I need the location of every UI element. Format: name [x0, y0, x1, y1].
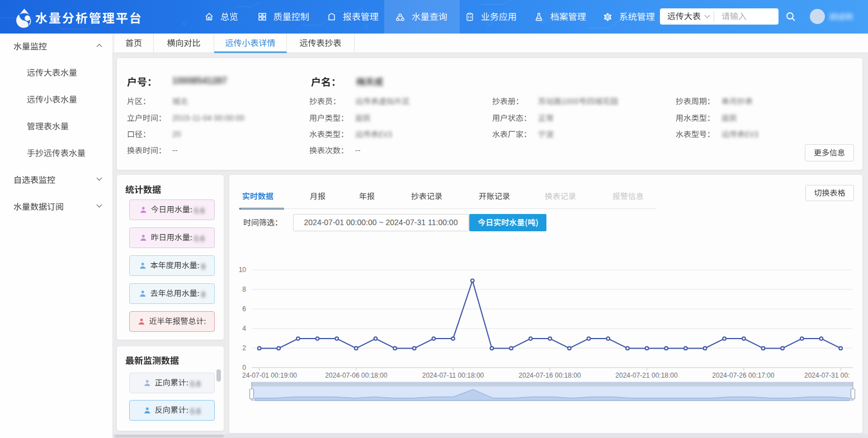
svg-text:2024-07-06 00:18:00: 2024-07-06 00:18:00: [325, 372, 388, 379]
svg-text:2024-07-11 00:18:00: 2024-07-11 00:18:00: [422, 372, 484, 379]
svg-text:2024-07-21 00:18:00: 2024-07-21 00:18:00: [615, 372, 678, 379]
svg-text:6: 6: [242, 305, 246, 313]
svg-text:2024-07-31 00:: 2024-07-31 00:: [804, 372, 850, 379]
svg-text:8: 8: [242, 285, 246, 293]
svg-text:4: 4: [242, 325, 246, 332]
svg-text:2: 2: [242, 344, 246, 352]
svg-text:0: 0: [242, 364, 246, 372]
svg-text:2024-07-26 00:17:00: 2024-07-26 00:17:00: [712, 372, 775, 379]
svg-text:2024-07-16 00:18:00: 2024-07-16 00:18:00: [518, 372, 581, 379]
svg-text:10: 10: [239, 266, 247, 274]
svg-text:24-07-01 00:19:00: 24-07-01 00:19:00: [242, 372, 297, 379]
